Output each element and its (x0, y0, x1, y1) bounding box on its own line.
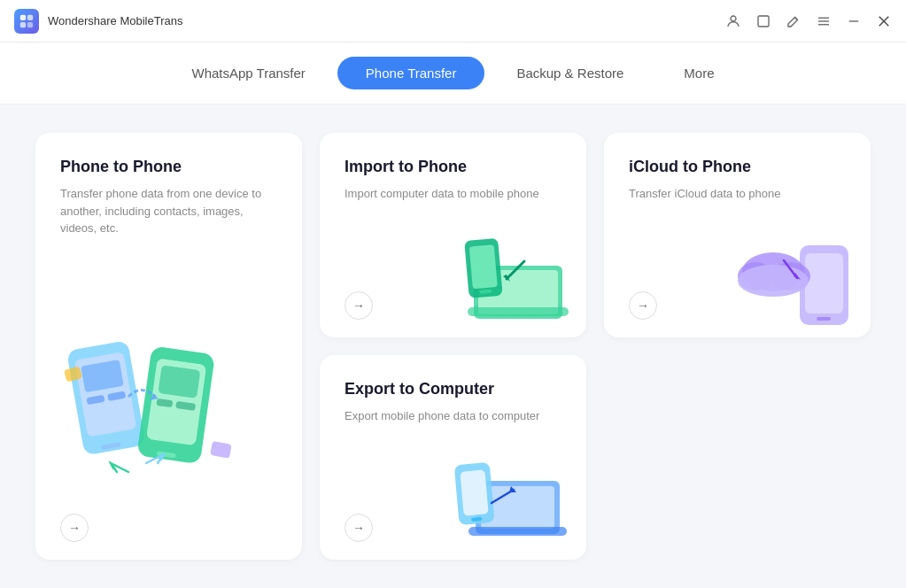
card-export-arrow[interactable]: → (345, 514, 373, 542)
card-icloud-arrow[interactable]: → (629, 291, 657, 320)
menu-icon[interactable] (816, 13, 832, 29)
card-import-to-phone[interactable]: Import to Phone Import computer data to … (320, 133, 586, 337)
app-logo (14, 9, 39, 34)
svg-rect-36 (805, 253, 843, 313)
svg-rect-37 (817, 317, 831, 321)
svg-point-41 (738, 265, 809, 297)
icloud-illustration (733, 223, 862, 329)
edit-icon[interactable] (786, 13, 801, 29)
svg-rect-45 (468, 527, 567, 536)
tab-backup-restore[interactable]: Backup & Restore (488, 57, 652, 89)
window-controls (725, 13, 892, 29)
main-content: Phone to Phone Transfer phone data from … (0, 104, 906, 588)
card-export-title: Export to Computer (345, 380, 561, 398)
card-icloud-title: iCloud to Phone (629, 158, 846, 176)
card-phone-to-phone-desc: Transfer phone data from one device to a… (60, 185, 277, 514)
card-export-desc: Export mobile phone data to computer (345, 407, 561, 425)
export-illustration (449, 445, 577, 551)
svg-rect-5 (758, 16, 769, 27)
svg-rect-47 (460, 469, 488, 515)
card-phone-to-phone-arrow[interactable]: → (60, 514, 89, 542)
card-import-arrow[interactable]: → (345, 291, 373, 320)
card-phone-to-phone[interactable]: Phone to Phone Transfer phone data from … (35, 133, 302, 560)
card-import-title: Import to Phone (345, 158, 561, 176)
nav-bar: WhatsApp Transfer Phone Transfer Backup … (0, 43, 906, 104)
svg-point-4 (731, 16, 736, 21)
card-icloud-to-phone[interactable]: iCloud to Phone Transfer iCloud data to … (604, 133, 871, 337)
app-title: Wondershare MobileTrans (48, 14, 725, 27)
import-illustration (452, 226, 576, 327)
card-phone-to-phone-title: Phone to Phone (60, 158, 277, 176)
square-icon[interactable] (755, 13, 771, 29)
close-icon[interactable] (876, 13, 892, 29)
tab-more[interactable]: More (655, 57, 742, 89)
svg-rect-1 (27, 14, 33, 19)
titlebar: Wondershare MobileTrans (0, 0, 906, 43)
svg-rect-32 (469, 244, 498, 289)
card-import-desc: Import computer data to mobile phone (345, 185, 561, 203)
tab-phone-transfer[interactable]: Phone Transfer (337, 57, 485, 89)
card-icloud-desc: Transfer iCloud data to phone (629, 185, 846, 203)
minimize-icon[interactable] (846, 13, 862, 29)
person-icon[interactable] (725, 13, 741, 29)
svg-rect-30 (468, 307, 569, 316)
svg-rect-2 (20, 21, 26, 27)
card-export-to-computer[interactable]: Export to Computer Export mobile phone d… (320, 355, 586, 560)
svg-rect-0 (20, 14, 26, 19)
svg-rect-3 (27, 21, 33, 27)
tab-whatsapp-transfer[interactable]: WhatsApp Transfer (163, 57, 333, 89)
